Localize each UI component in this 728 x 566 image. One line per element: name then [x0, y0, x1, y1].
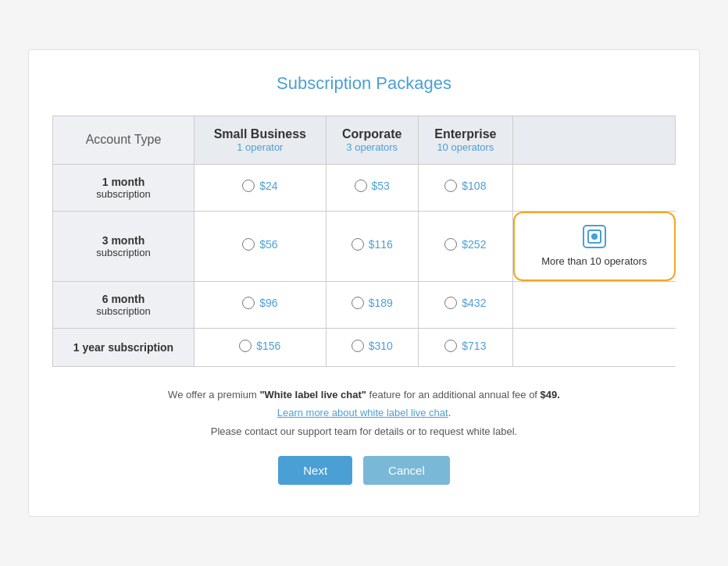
radio-option[interactable]: $310	[352, 340, 393, 352]
extra-cell	[513, 328, 676, 366]
plan-radio[interactable]	[242, 180, 255, 192]
enterprise-header: Enterprise 10 operators	[418, 116, 512, 164]
info-section: We offer a premium "White label live cha…	[52, 386, 676, 440]
info-link[interactable]: Learn more about white label live chat	[277, 407, 448, 418]
more-operators-icon	[582, 224, 607, 249]
radio-option[interactable]: $108	[444, 180, 486, 192]
price-cell: $96	[194, 281, 326, 328]
price-cell: $24	[194, 164, 326, 211]
period-cell: 3 monthsubscription	[53, 211, 194, 281]
price-label: $116	[369, 238, 393, 251]
enterprise-label: Enterprise	[434, 127, 496, 141]
price-cell: $432	[418, 281, 512, 328]
price-cell: $310	[326, 328, 418, 366]
corporate-label: Corporate	[342, 127, 401, 141]
plan-radio[interactable]	[444, 340, 457, 352]
extra-header	[513, 116, 676, 164]
extra-cell: More than 10 operators	[513, 211, 676, 281]
next-button[interactable]: Next	[278, 456, 352, 485]
plan-radio[interactable]	[242, 238, 255, 251]
period-label: 3 month	[102, 234, 145, 247]
price-cell: $156	[194, 328, 326, 366]
radio-option[interactable]: $96	[242, 297, 277, 309]
price-label: $156	[256, 340, 280, 352]
period-label: 6 month	[102, 293, 145, 305]
radio-option[interactable]: $189	[352, 297, 393, 309]
info-line2: Learn more about white label live chat.	[52, 404, 676, 422]
plan-radio[interactable]	[239, 340, 252, 352]
account-type-header: Account Type	[53, 116, 194, 164]
radio-option[interactable]: $116	[352, 238, 393, 251]
svg-point-2	[591, 233, 598, 240]
price-cell: $713	[418, 328, 512, 366]
plan-radio[interactable]	[444, 238, 457, 251]
price-label: $189	[369, 297, 393, 309]
enterprise-sub: 10 operators	[426, 141, 505, 153]
price-cell: $53	[326, 164, 418, 211]
table-row: 3 monthsubscription$56$116$252 More than…	[53, 211, 676, 281]
extra-cell	[513, 164, 676, 211]
buttons-row: Next Cancel	[52, 456, 676, 485]
period-cell: 6 monthsubscription	[53, 281, 194, 328]
period-sub: subscription	[61, 305, 186, 317]
price-label: $713	[462, 340, 486, 352]
info-line3: Please contact our support team for deta…	[52, 422, 676, 440]
small-business-sub: 1 operator	[202, 141, 318, 153]
more-operators-label: More than 10 operators	[541, 255, 647, 269]
info-prefix: We offer a premium	[168, 389, 259, 400]
price-cell: $116	[326, 211, 418, 281]
price-label: $96	[259, 297, 277, 309]
plan-radio[interactable]	[355, 180, 367, 192]
info-price: $49.	[541, 389, 560, 400]
period-label: 1 month	[102, 176, 145, 188]
radio-option[interactable]: $156	[239, 340, 280, 352]
period-sub: subscription	[61, 247, 186, 258]
pricing-table: Account Type Small Business 1 operator C…	[52, 116, 676, 367]
page-title: Subscription Packages	[52, 73, 676, 94]
small-business-header: Small Business 1 operator	[194, 116, 326, 164]
info-line1: We offer a premium "White label live cha…	[52, 386, 676, 404]
corporate-header: Corporate 3 operators	[326, 116, 418, 164]
price-label: $432	[462, 297, 486, 309]
radio-option[interactable]: $56	[242, 238, 277, 251]
price-cell: $56	[194, 211, 326, 281]
price-label: $53	[372, 180, 390, 192]
plan-radio[interactable]	[352, 297, 364, 309]
radio-option[interactable]: $713	[444, 340, 486, 352]
plan-radio[interactable]	[444, 297, 457, 309]
radio-option[interactable]: $24	[242, 180, 277, 192]
table-row: 6 monthsubscription$96$189$432	[53, 281, 676, 328]
table-row: 1 year subscription$156$310$713	[53, 328, 676, 366]
price-cell: $108	[418, 164, 512, 211]
price-label: $310	[369, 340, 393, 352]
more-operators-box[interactable]: More than 10 operators	[513, 212, 675, 281]
plan-radio[interactable]	[242, 297, 255, 309]
extra-cell	[513, 281, 676, 328]
table-header-row: Account Type Small Business 1 operator C…	[53, 116, 676, 164]
price-label: $56	[259, 238, 277, 251]
price-cell: $252	[418, 211, 512, 281]
radio-option[interactable]: $53	[355, 180, 390, 192]
price-label: $252	[462, 238, 486, 251]
price-label: $24	[259, 180, 277, 192]
table-row: 1 monthsubscription$24$53$108	[53, 164, 676, 211]
corporate-sub: 3 operators	[334, 141, 410, 153]
plan-radio[interactable]	[352, 238, 364, 251]
period-cell: 1 monthsubscription	[53, 164, 194, 211]
radio-option[interactable]: $252	[444, 238, 486, 251]
page-container: Subscription Packages Account Type Small…	[28, 49, 700, 517]
cancel-button[interactable]: Cancel	[363, 456, 450, 485]
price-label: $108	[462, 180, 486, 192]
info-suffix: feature for an additional annual fee of	[366, 389, 541, 400]
info-feature: "White label live chat"	[259, 389, 366, 400]
small-business-label: Small Business	[214, 127, 306, 141]
price-cell: $189	[326, 281, 418, 328]
period-sub: subscription	[61, 188, 186, 200]
plan-radio[interactable]	[444, 180, 457, 192]
plan-radio[interactable]	[352, 340, 364, 352]
period-cell: 1 year subscription	[53, 328, 194, 366]
radio-option[interactable]: $432	[444, 297, 486, 309]
